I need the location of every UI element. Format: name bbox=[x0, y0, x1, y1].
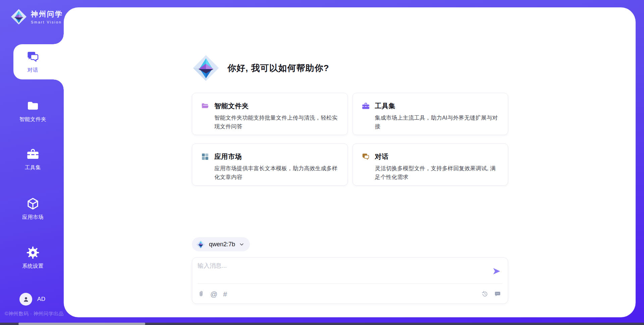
gear-icon bbox=[26, 246, 40, 259]
copyright-footer: ©神州数码 · 神州问学出品 bbox=[5, 311, 64, 317]
sidebar-item-settings[interactable]: 系统设置 bbox=[13, 246, 53, 270]
sidebar-item-chat[interactable]: 对话 bbox=[13, 44, 64, 79]
toolbox-icon bbox=[26, 147, 40, 161]
model-selector[interactable]: qwen2:7b bbox=[192, 237, 250, 251]
card-smart-folder[interactable]: 智能文件夹 智能文件夹功能支持批量文件上传与清洗，轻松实现文件问答 bbox=[192, 93, 348, 135]
composer-toolbar: @ # bbox=[198, 284, 501, 304]
message-composer: @ # bbox=[192, 257, 508, 304]
horizontal-scrollbar-thumb[interactable] bbox=[18, 323, 145, 325]
tab-fillet-top bbox=[54, 34, 64, 44]
paperclip-icon bbox=[198, 290, 205, 298]
sidebar-item-label: 工具集 bbox=[25, 164, 41, 171]
history-icon bbox=[481, 290, 488, 298]
sidebar-item-label: 应用市场 bbox=[22, 214, 44, 221]
app-logo: 神州问学 Smart Vision bbox=[11, 9, 63, 25]
card-title: 智能文件夹 bbox=[214, 102, 249, 111]
card-title: 应用市场 bbox=[214, 152, 242, 161]
user-account[interactable]: AD bbox=[19, 293, 46, 306]
tab-fillet-bottom bbox=[54, 79, 64, 89]
card-title: 对话 bbox=[375, 152, 389, 161]
horizontal-scrollbar[interactable] bbox=[0, 323, 644, 325]
hash-icon: # bbox=[223, 290, 227, 298]
folder-icon bbox=[26, 99, 40, 113]
greeting-text: 你好, 我可以如何帮助你? bbox=[227, 62, 329, 74]
card-app-market[interactable]: 应用市场 应用市场提供丰富长文本模板，助力高效生成多样化文章内容 bbox=[192, 143, 348, 186]
card-description: 灵活切换多模型文件，支持多样回复效果调试, 满足个性化需求 bbox=[375, 164, 499, 181]
sidebar-item-label: 系统设置 bbox=[22, 263, 44, 270]
model-name: qwen2:7b bbox=[209, 241, 235, 248]
app-title: 神州问学 bbox=[31, 9, 63, 19]
sidebar-item-label: 智能文件夹 bbox=[19, 116, 46, 123]
gem-logo-icon bbox=[193, 55, 219, 81]
folder-open-icon bbox=[201, 102, 209, 110]
topic-button[interactable]: # bbox=[223, 290, 227, 298]
chevron-down-icon bbox=[239, 242, 245, 247]
toolbox-icon bbox=[362, 102, 370, 110]
attach-file-button[interactable] bbox=[198, 290, 205, 298]
at-sign-icon: @ bbox=[210, 290, 217, 298]
person-icon bbox=[22, 296, 30, 303]
chat-bubble-icon bbox=[494, 290, 501, 298]
history-button[interactable] bbox=[481, 290, 488, 298]
feature-cards: 智能文件夹 智能文件夹功能支持批量文件上传与清洗，轻松实现文件问答 工具集 集成… bbox=[192, 93, 508, 186]
card-toolset[interactable]: 工具集 集成市场上主流工具，助力AI与外界无缝扩展与对接 bbox=[353, 93, 508, 135]
sidebar-item-app-market[interactable]: 应用市场 bbox=[13, 197, 53, 221]
send-icon bbox=[492, 267, 501, 276]
grid-icon bbox=[201, 152, 209, 161]
sidebar-item-toolset[interactable]: 工具集 bbox=[13, 147, 53, 171]
chat-icon bbox=[362, 152, 370, 161]
send-button[interactable] bbox=[492, 267, 501, 276]
chat-icon bbox=[26, 50, 40, 64]
cube-icon bbox=[26, 197, 40, 210]
card-chat[interactable]: 对话 灵活切换多模型文件，支持多样回复效果调试, 满足个性化需求 bbox=[353, 143, 508, 186]
mention-button[interactable]: @ bbox=[210, 290, 217, 298]
sidebar-item-label: 对话 bbox=[28, 67, 38, 74]
greeting: 你好, 我可以如何帮助你? bbox=[193, 55, 329, 81]
avatar bbox=[19, 293, 32, 306]
gem-logo-icon bbox=[196, 240, 205, 249]
sidebar-item-smart-folder[interactable]: 智能文件夹 bbox=[13, 99, 53, 123]
card-title: 工具集 bbox=[375, 102, 396, 111]
app-subtitle: Smart Vision bbox=[31, 20, 63, 24]
new-chat-button[interactable] bbox=[494, 290, 501, 298]
user-name: AD bbox=[37, 296, 46, 303]
message-input[interactable] bbox=[198, 262, 489, 281]
card-description: 智能文件夹功能支持批量文件上传与清洗，轻松实现文件问答 bbox=[214, 114, 339, 131]
card-description: 应用市场提供丰富长文本模板，助力高效生成多样化文章内容 bbox=[214, 164, 339, 181]
card-description: 集成市场上主流工具，助力AI与外界无缝扩展与对接 bbox=[375, 114, 499, 131]
gem-logo-icon bbox=[11, 9, 27, 25]
